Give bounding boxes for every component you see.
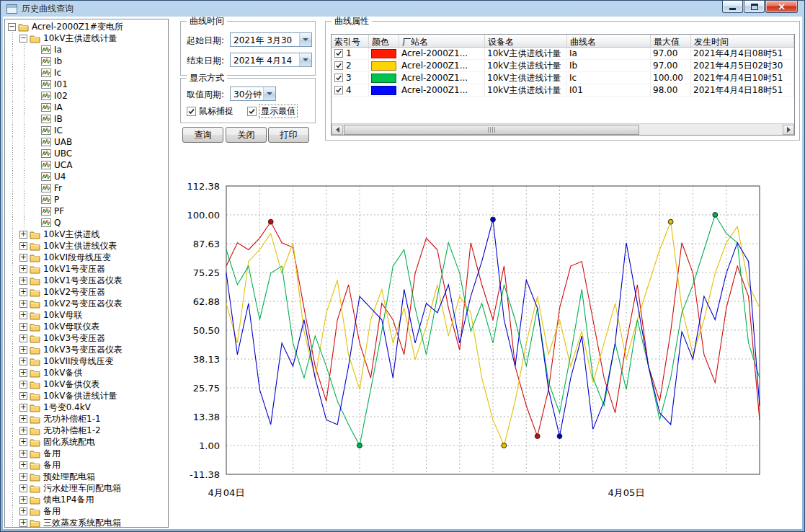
history-chart[interactable]: 112.38100.0087.6375.2562.8850.5038.1325.… bbox=[181, 168, 772, 513]
curve-row[interactable]: 2Acrel-2000Z1...10kV主供进线计量Ib97.002021年4月… bbox=[332, 60, 794, 72]
tree-folder[interactable]: +10kV备供进线计量 bbox=[6, 390, 168, 402]
tree-folder[interactable]: +污水处理车间配电箱 bbox=[6, 482, 168, 494]
tree-leaf[interactable]: Ic bbox=[6, 67, 168, 79]
expander-plus-icon[interactable]: + bbox=[19, 300, 27, 308]
expander-plus-icon[interactable]: + bbox=[19, 392, 27, 400]
horizontal-scrollbar[interactable] bbox=[332, 123, 794, 135]
curve-row[interactable]: 1Acrel-2000Z1...10kV主供进线计量Ia97.002021年4月… bbox=[332, 48, 794, 60]
start-date-combobox[interactable]: 2021年 3月30 bbox=[230, 32, 312, 47]
tree-folder[interactable]: +10kV3号变压器仪表 bbox=[6, 344, 168, 355]
expander-plus-icon[interactable]: + bbox=[19, 519, 27, 527]
expander-plus-icon[interactable]: + bbox=[19, 415, 27, 423]
tree-folder[interactable]: +无功补偿柜1-1 bbox=[6, 413, 168, 425]
expander-plus-icon[interactable]: + bbox=[19, 450, 27, 458]
tree-folder[interactable]: +10kV备供仪表 bbox=[6, 378, 168, 390]
expander-plus-icon[interactable]: + bbox=[19, 473, 27, 481]
tree-group[interactable]: −10kV主供进线计量 bbox=[6, 32, 168, 44]
tree-leaf[interactable]: UAB bbox=[6, 136, 168, 148]
tree-leaf[interactable]: UCA bbox=[6, 159, 168, 171]
expander-plus-icon[interactable]: + bbox=[19, 461, 27, 469]
tree-folder[interactable]: +10kVII段母线压变 bbox=[6, 355, 168, 367]
expander-plus-icon[interactable]: + bbox=[19, 496, 27, 504]
curve-checkbox[interactable] bbox=[334, 49, 343, 58]
column-header[interactable]: 设备名 bbox=[485, 35, 567, 47]
show-extremes-checkbox[interactable]: 显示最值 bbox=[247, 106, 297, 117]
scroll-left-button[interactable] bbox=[332, 125, 343, 135]
curve-row[interactable]: 3Acrel-2000Z1...10kV主供进线计量Ic100.002021年4… bbox=[332, 72, 794, 84]
end-date-combobox[interactable]: 2021年 4月14 bbox=[230, 53, 312, 67]
column-header[interactable]: 发生时间 bbox=[691, 35, 794, 47]
scrollbar-thumb[interactable] bbox=[344, 125, 639, 135]
scroll-right-button[interactable] bbox=[783, 125, 794, 135]
titlebar[interactable]: 历史曲线查询 × bbox=[3, 1, 802, 17]
expander-plus-icon[interactable]: + bbox=[19, 381, 27, 389]
tree-folder[interactable]: +10kV2号变压器 bbox=[6, 286, 168, 298]
close-action-button[interactable]: 关闭 bbox=[226, 127, 267, 143]
expander-plus-icon[interactable]: + bbox=[19, 323, 27, 331]
period-dropdown-button[interactable] bbox=[263, 87, 275, 100]
query-button[interactable]: 查询 bbox=[182, 127, 223, 143]
tree-folder[interactable]: +10kV备供 bbox=[6, 367, 168, 378]
tree-folder[interactable]: +10kV主供进线 bbox=[6, 229, 168, 240]
tree-leaf[interactable]: Ia bbox=[6, 44, 168, 56]
tree-folder[interactable]: +10kV1号变压器 bbox=[6, 263, 168, 275]
column-header[interactable]: 最大值 bbox=[651, 35, 691, 47]
tree-folder[interactable]: +备用 bbox=[6, 448, 168, 459]
tree-folder[interactable]: +备用 bbox=[6, 459, 168, 471]
expander-plus-icon[interactable]: + bbox=[19, 265, 27, 273]
tree-folder[interactable]: +10kV母联仪表 bbox=[6, 321, 168, 332]
column-header[interactable]: 颜色 bbox=[369, 35, 399, 47]
expander-plus-icon[interactable]: + bbox=[19, 346, 27, 354]
tree-folder[interactable]: +馈电1P4备用 bbox=[6, 494, 168, 505]
mouse-capture-checkbox[interactable]: 鼠标捕捉 bbox=[187, 106, 234, 117]
maximize-button[interactable] bbox=[744, 1, 765, 13]
start-date-dropdown-button[interactable] bbox=[299, 33, 311, 46]
expander-plus-icon[interactable]: + bbox=[19, 438, 27, 446]
tree-folder[interactable]: +无功补偿柜1-2 bbox=[6, 425, 168, 436]
tree-folder[interactable]: +三效蒸发系统配电箱 bbox=[6, 517, 168, 528]
close-button[interactable]: × bbox=[765, 1, 798, 13]
print-button[interactable]: 打印 bbox=[268, 127, 309, 143]
expander-plus-icon[interactable]: + bbox=[19, 358, 27, 365]
column-header[interactable]: 厂站名 bbox=[399, 35, 485, 47]
tree-leaf[interactable]: U4 bbox=[6, 171, 168, 182]
expander-plus-icon[interactable]: + bbox=[19, 427, 27, 435]
expander-plus-icon[interactable]: + bbox=[19, 277, 27, 285]
tree-folder[interactable]: +10kV主供进线仪表 bbox=[6, 240, 168, 252]
tree-leaf[interactable]: IC bbox=[6, 125, 168, 136]
expander-plus-icon[interactable]: + bbox=[19, 288, 27, 296]
tree-folder[interactable]: +备用 bbox=[6, 505, 168, 517]
tree-folder[interactable]: +10kV2号变压器仪表 bbox=[6, 298, 168, 309]
tree-folder[interactable]: +预处理配电箱 bbox=[6, 471, 168, 482]
tree-folder[interactable]: +10kVI段母线压变 bbox=[6, 252, 168, 263]
curve-checkbox[interactable] bbox=[334, 86, 343, 94]
expander-plus-icon[interactable]: + bbox=[19, 231, 27, 239]
curve-checkbox[interactable] bbox=[334, 61, 343, 70]
tree-leaf[interactable]: IB bbox=[6, 113, 168, 125]
expander-plus-icon[interactable]: + bbox=[19, 404, 27, 412]
tree-leaf[interactable]: Q bbox=[6, 217, 168, 229]
tree-folder[interactable]: +10kV母联 bbox=[6, 309, 168, 321]
expander-minus-icon[interactable]: − bbox=[19, 35, 27, 43]
curve-row[interactable]: 4Acrel-2000Z1...10kV主供进线计量I0198.002021年4… bbox=[332, 84, 794, 97]
expander-plus-icon[interactable]: + bbox=[19, 334, 27, 342]
period-combobox[interactable]: 30分钟 bbox=[230, 87, 276, 101]
tree-leaf[interactable]: Fr bbox=[6, 182, 168, 194]
curve-checkbox[interactable] bbox=[334, 74, 343, 82]
expander-plus-icon[interactable]: + bbox=[19, 311, 27, 319]
expander-plus-icon[interactable]: + bbox=[19, 484, 27, 492]
minimize-button[interactable] bbox=[722, 1, 743, 13]
tree-leaf[interactable]: I02 bbox=[6, 90, 168, 102]
tree-folder[interactable]: +1号变0.4kV bbox=[6, 402, 168, 413]
column-header[interactable]: 索引号 bbox=[332, 35, 369, 47]
column-header[interactable]: 曲线名 bbox=[567, 35, 651, 47]
expander-plus-icon[interactable]: + bbox=[19, 369, 27, 377]
tree-leaf[interactable]: P bbox=[6, 194, 168, 205]
expander-plus-icon[interactable]: + bbox=[19, 242, 27, 250]
tree-folder[interactable]: +10kV1号变压器仪表 bbox=[6, 275, 168, 286]
tree-leaf[interactable]: PF bbox=[6, 205, 168, 217]
tree-folder[interactable]: +固化系统配电 bbox=[6, 436, 168, 448]
expander-minus-icon[interactable]: − bbox=[8, 23, 16, 31]
end-date-dropdown-button[interactable] bbox=[299, 53, 311, 66]
tree-root[interactable]: −Acrel-2000Z1#变电所 bbox=[6, 21, 168, 32]
